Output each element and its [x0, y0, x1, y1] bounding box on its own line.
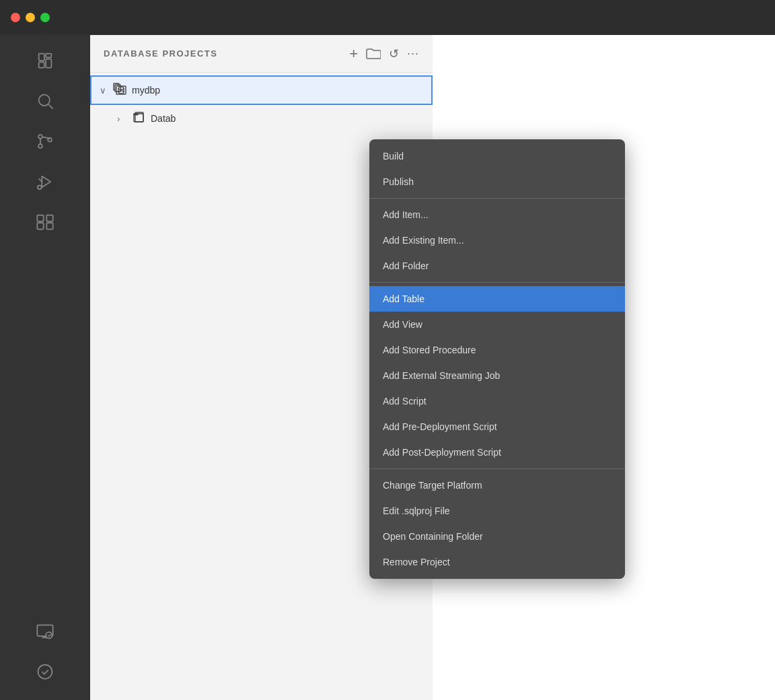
sidebar-item-source-control[interactable] — [28, 124, 63, 159]
menu-item-add-script[interactable]: Add Script — [369, 388, 625, 414]
side-panel: DATABASE PROJECTS + ↺ ··· ∨ — [90, 35, 433, 700]
menu-item-add-existing-item[interactable]: Add Existing Item... — [369, 228, 625, 253]
chevron-right-icon: › — [117, 114, 131, 124]
svg-rect-0 — [39, 54, 44, 61]
svg-point-4 — [39, 95, 50, 106]
svg-rect-1 — [39, 62, 44, 67]
menu-item-change-target-platform[interactable]: Change Target Platform — [369, 473, 625, 498]
sidebar-item-testing[interactable] — [28, 654, 63, 689]
svg-point-27 — [118, 91, 124, 94]
sidebar-item-remote-explorer[interactable] — [28, 614, 63, 649]
maximize-button[interactable] — [40, 13, 50, 22]
menu-item-open-containing-folder[interactable]: Open Containing Folder — [369, 524, 625, 549]
panel-title: DATABASE PROJECTS — [104, 48, 217, 59]
menu-item-add-stored-procedure[interactable]: Add Stored Procedure — [369, 337, 625, 363]
menu-item-remove-project[interactable]: Remove Project — [369, 549, 625, 575]
svg-rect-15 — [46, 215, 52, 221]
sidebar-item-extensions[interactable] — [28, 205, 63, 240]
menu-separator — [369, 282, 625, 283]
sidebar-item-search[interactable] — [28, 83, 63, 118]
app-container: DATABASE PROJECTS + ↺ ··· ∨ — [0, 35, 775, 700]
panel-header: DATABASE PROJECTS + ↺ ··· — [90, 35, 433, 73]
svg-rect-2 — [46, 54, 51, 58]
minimize-button[interactable] — [26, 13, 35, 22]
database-project-icon — [113, 83, 126, 98]
menu-item-add-post-deployment-script[interactable]: Add Post-Deployment Script — [369, 440, 625, 465]
menu-item-build[interactable]: Build — [369, 143, 625, 169]
activity-bar — [0, 35, 90, 700]
title-bar — [0, 0, 775, 35]
svg-point-10 — [38, 185, 42, 189]
menu-item-add-item[interactable]: Add Item... — [369, 202, 625, 228]
open-folder-button[interactable] — [366, 48, 381, 60]
svg-rect-3 — [46, 59, 51, 68]
tree-item-root-label: mydbp — [132, 85, 160, 96]
svg-point-6 — [38, 135, 42, 139]
tree-item-child[interactable]: › Datab — [90, 105, 433, 132]
svg-point-7 — [38, 144, 42, 148]
svg-line-5 — [48, 104, 52, 108]
chevron-down-icon: ∨ — [100, 85, 113, 96]
menu-item-add-external-streaming-job[interactable]: Add External Streaming Job — [369, 363, 625, 388]
more-actions-button[interactable]: ··· — [407, 46, 419, 61]
menu-item-publish[interactable]: Publish — [369, 169, 625, 195]
context-menu: BuildPublishAdd Item...Add Existing Item… — [369, 139, 625, 579]
close-button[interactable] — [11, 13, 20, 22]
svg-rect-14 — [37, 215, 43, 221]
svg-rect-12 — [37, 223, 43, 229]
svg-marker-9 — [42, 176, 50, 187]
menu-separator — [369, 198, 625, 199]
refresh-button[interactable]: ↺ — [389, 46, 399, 61]
sidebar-item-explorer[interactable] — [28, 43, 63, 78]
menu-separator — [369, 468, 625, 469]
tree-item-root[interactable]: ∨ mydbp — [90, 75, 433, 105]
menu-item-add-table[interactable]: Add Table — [369, 286, 625, 312]
svg-rect-13 — [46, 223, 52, 229]
menu-item-add-view[interactable]: Add View — [369, 312, 625, 337]
sidebar-item-run-debug[interactable] — [28, 164, 63, 199]
menu-item-add-folder[interactable]: Add Folder — [369, 253, 625, 279]
add-project-button[interactable]: + — [349, 45, 358, 63]
panel-actions: + ↺ ··· — [349, 45, 419, 63]
svg-point-19 — [46, 632, 52, 638]
tree-item-child-label: Datab — [151, 113, 176, 124]
menu-item-add-pre-deployment-script[interactable]: Add Pre-Deployment Script — [369, 414, 625, 440]
database-folder-icon — [133, 112, 145, 125]
menu-item-edit-sqlproj[interactable]: Edit .sqlproj File — [369, 498, 625, 524]
svg-point-20 — [38, 665, 52, 679]
